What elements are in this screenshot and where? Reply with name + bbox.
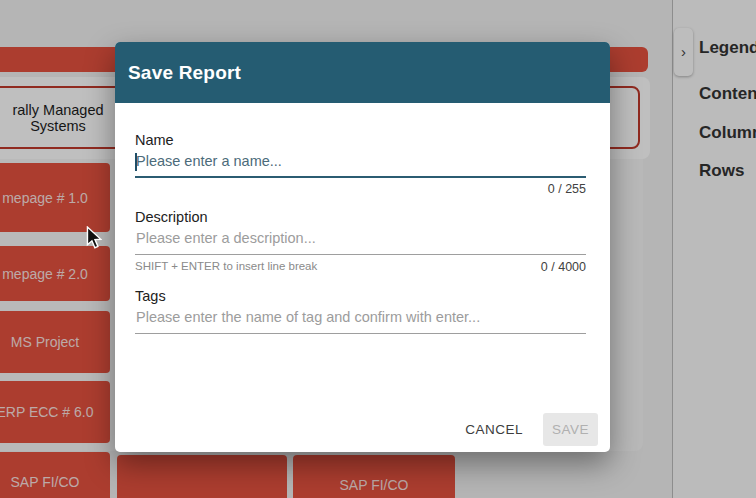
modal-body: Name 0 / 255 Description SHIFT + ENTER t…: [115, 132, 610, 334]
modal-actions: CANCEL SAVE: [453, 413, 598, 446]
modal-title: Save Report: [128, 62, 241, 84]
save-report-modal: Save Report Name 0 / 255 Description: [115, 42, 610, 452]
tags-input[interactable]: [135, 307, 586, 334]
description-field-group: Description SHIFT + ENTER to insert line…: [135, 209, 586, 274]
name-field-group: Name 0 / 255: [135, 132, 586, 196]
name-char-counter: 0 / 255: [548, 182, 586, 196]
description-hint: SHIFT + ENTER to insert line break: [135, 260, 317, 274]
name-input[interactable]: [135, 151, 586, 178]
tags-label: Tags: [135, 288, 586, 304]
description-label: Description: [135, 209, 586, 225]
save-button[interactable]: SAVE: [543, 413, 598, 446]
modal-header: Save Report: [115, 42, 610, 103]
description-input[interactable]: [135, 228, 586, 255]
app-screen: rally Managed Systems mepage # 1.0 mepag…: [0, 0, 756, 498]
name-label: Name: [135, 132, 586, 148]
cancel-button[interactable]: CANCEL: [453, 413, 535, 446]
mouse-pointer-icon: [86, 226, 102, 250]
tags-field-group: Tags: [135, 288, 586, 334]
text-cursor: [135, 153, 137, 171]
description-char-counter: 0 / 4000: [541, 260, 586, 274]
